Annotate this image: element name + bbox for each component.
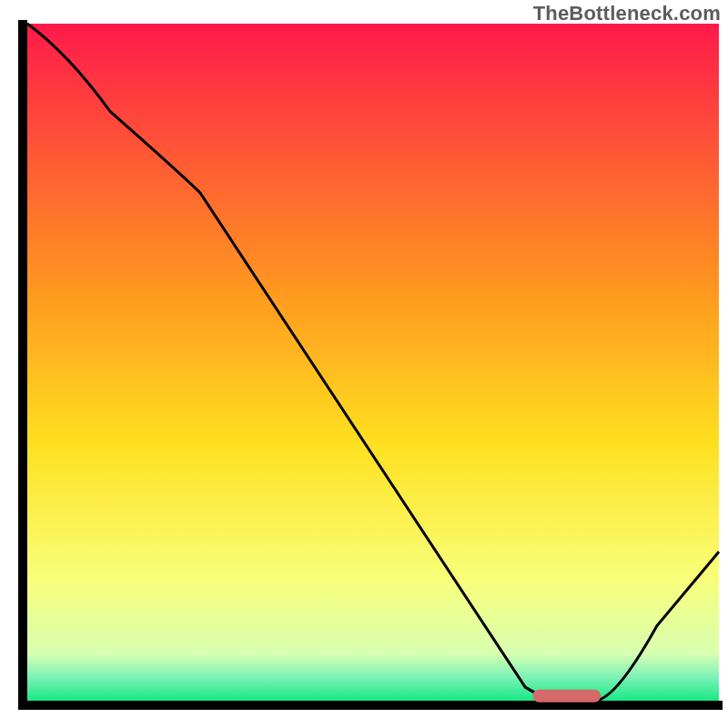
bottleneck-chart xyxy=(0,0,728,728)
watermark-text: TheBottleneck.com xyxy=(533,2,721,25)
chart-container: TheBottleneck.com xyxy=(0,0,728,728)
gradient-background xyxy=(27,24,719,701)
